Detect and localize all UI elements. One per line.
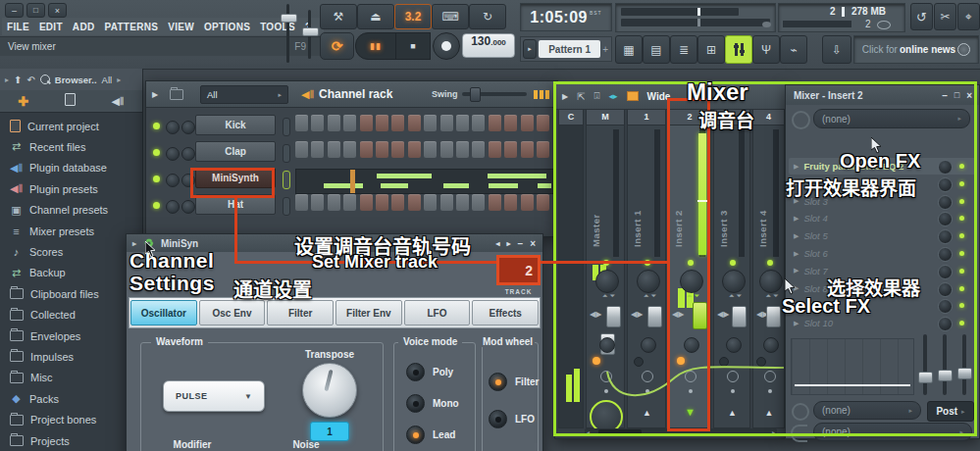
mixer-strip-insert-2[interactable]: 2Insert 2⏶ ⏷◀▶▼ [668,109,711,428]
mute-light[interactable] [677,357,685,365]
step-cell[interactable] [489,115,501,131]
mixer-view-button[interactable] [725,35,752,64]
track-fader[interactable] [647,306,662,327]
fx-slot-5[interactable]: ▶Slot 5 [789,227,976,244]
cut-tool-button[interactable]: ✂ [934,3,956,30]
collapse-icon[interactable]: ▸ [5,75,9,84]
menu-file[interactable]: FILE [7,22,29,32]
track-fader[interactable] [693,302,707,329]
sidebar-item-scores[interactable]: ♪Scores [10,241,137,262]
slot-enable-led[interactable] [959,216,964,221]
channel-rack-view-button[interactable]: ▤ [643,35,670,64]
step-cell[interactable] [343,194,356,211]
sidebar-item-envelopes[interactable]: Envelopes [10,326,137,346]
fx-slot-4[interactable]: ▶Slot 4 [789,210,976,226]
file-filter-icon[interactable] [65,92,76,110]
track-knob[interactable] [722,270,746,293]
track-knob-small[interactable] [599,337,615,353]
mixer-strip-master[interactable]: MMaster⏶ ⏷◀▶ [586,109,625,428]
track-led[interactable] [767,260,773,266]
send-knob-icon[interactable] [792,403,809,421]
insert-fx-titlebar[interactable]: Mixer - Insert 2 – □ × [786,85,979,105]
updown-arrows[interactable]: ⏶ ⏷ [644,293,656,299]
tab-osc-env[interactable]: Osc Env [199,300,266,326]
channel-mute-pill[interactable] [283,197,290,216]
scroll-thumb[interactable] [598,429,642,435]
sidebar-item-clipboard-files[interactable]: Clipboard files [10,283,137,304]
transpose-value-box[interactable]: 1 [310,422,349,441]
step-cell[interactable] [343,141,356,158]
pattern-name[interactable]: Pattern 1 [539,40,600,58]
channel-pan-knob[interactable] [166,121,180,134]
audio-record-button[interactable]: ⌖ [957,3,980,30]
send-arrow[interactable]: ▲ [728,408,737,418]
titlebar-menu-icon[interactable]: ▸ [132,239,136,248]
scroll-right-icon[interactable]: ▸ [772,428,775,435]
mod-option-filter[interactable]: Filter [489,373,539,391]
wait-for-input-button[interactable]: ⏏ [357,4,394,29]
tab-filter-env[interactable]: Filter Env [335,300,402,326]
play-pause-button[interactable]: ▮▮ [355,32,396,60]
sidebar-item-plugin-database[interactable]: ◀⦀Plugin database [10,158,137,178]
slot-mix-knob[interactable] [938,195,953,210]
minimize-button[interactable]: – [5,3,24,18]
back-icon[interactable]: ↶ [26,75,34,85]
slot-arrow-icon[interactable]: ▶ [794,232,799,240]
slot-enable-led[interactable] [959,251,964,256]
post-button[interactable]: Post ▸ [927,401,974,422]
mixer-menu-icon[interactable]: ▶ [562,92,568,101]
slot-mix-knob[interactable] [938,282,953,297]
pan-arrows[interactable]: ◀▶ [672,310,684,319]
step-cell[interactable] [328,115,340,131]
mute-light[interactable] [593,357,600,365]
output-dropdown[interactable]: (none) ▸ [813,423,972,441]
menu-view[interactable]: VIEW [168,22,194,32]
menu-options[interactable]: OPTIONS [204,22,250,32]
channel-pan-knob[interactable] [166,174,180,187]
send-arrow[interactable]: ▲ [765,408,774,418]
scroll-left-icon[interactable]: ◂ [587,428,590,435]
detach-icon[interactable]: ⇱ [577,91,585,102]
channel-button-minisynth[interactable]: MiniSynth [195,168,276,188]
plugin-picker-button[interactable]: Ψ [752,35,780,64]
step-cell[interactable] [440,194,453,211]
piano-roll-view-button[interactable]: ≣ [670,35,697,64]
sidebar-item-channel-presets[interactable]: ▣Channel presets [10,200,137,221]
search-icon[interactable] [40,75,50,84]
step-cell[interactable] [391,194,404,211]
clock-icon[interactable] [727,371,739,382]
rack-filter-dropdown[interactable]: All ▸ [200,85,288,104]
step-cell[interactable] [311,141,324,158]
slot-mix-knob[interactable] [938,160,953,175]
channel-pan-knob[interactable] [166,147,180,161]
channel-enable-led[interactable] [153,149,160,156]
route-to-this-track-arrow[interactable]: ▼ [685,406,696,418]
slot-enable-led[interactable] [959,269,964,274]
channel-enable-led[interactable] [153,202,160,209]
sidebar-item-plugin-presets[interactable]: ◀⦀Plugin presets [10,178,137,199]
input-source-icon[interactable] [792,111,810,129]
channel-mute-pill[interactable] [283,144,290,163]
clock-icon[interactable] [600,371,612,382]
wide-label[interactable]: Wide [647,91,671,102]
slot-mix-knob[interactable] [938,299,953,314]
track-fader[interactable] [766,306,781,327]
step-cell[interactable] [408,141,421,158]
pan-arrows[interactable]: ◀▶ [717,310,729,319]
slot-arrow-icon[interactable]: ▶ [794,163,799,171]
maximize-icon[interactable]: □ [954,90,959,100]
track-knob[interactable] [595,270,619,293]
sidebar-item-current-project[interactable]: Current project [10,116,137,136]
send-dropdown[interactable]: (none) ▸ [813,401,921,420]
step-cell[interactable] [456,115,469,131]
download-news-button[interactable]: ⇩ [822,35,851,64]
pattern-prev-button[interactable]: ▸ [523,39,537,59]
updown-arrows[interactable]: ⏶ ⏷ [729,293,742,299]
channel-button-hat[interactable]: Hat [195,194,276,215]
clock-icon[interactable] [764,371,776,382]
sidebar-item-backup[interactable]: ⇄Backup [10,263,137,283]
step-cell[interactable] [408,194,421,211]
slot-mix-knob[interactable] [938,265,953,279]
channel-button-kick[interactable]: Kick [195,115,276,135]
track-knob[interactable] [759,270,783,293]
